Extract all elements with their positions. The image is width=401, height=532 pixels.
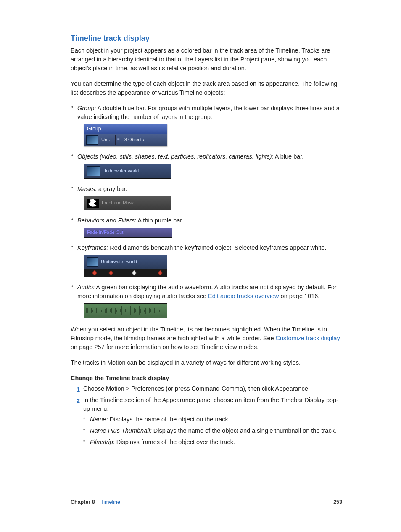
option-name-plus-thumbnail: Name Plus Thumbnail: Displays the name o… (83, 426, 342, 435)
thumbnail-icon (87, 257, 98, 267)
option-filmstrip: Filmstrip: Displays frames of the object… (83, 438, 342, 447)
term-masks: Masks: (77, 185, 97, 192)
post-paragraph-1: When you select an object in the Timelin… (71, 325, 342, 352)
footer-chapter: Chapter 8 (71, 499, 95, 505)
step-1: Choose Motion > Preferences (or press Co… (71, 384, 342, 396)
behavior-bar-label: Fade In/Fade Out (87, 229, 123, 236)
desc-keyframes: Red diamonds beneath the keyframed objec… (108, 244, 326, 251)
footer-section: Timeline (100, 499, 120, 505)
figure-mask-bar: Freehand Mask (84, 196, 342, 210)
keyframe-track (84, 269, 167, 277)
footer-page-number: 253 (333, 498, 342, 506)
figure-group-bar: Group Un… ≡ 3 Objects (84, 124, 342, 146)
option-name: Name: Displays the name of the object on… (83, 415, 342, 424)
figure-behavior-bar: Fade In/Fade Out (84, 228, 342, 238)
document-page: Timeline track display Each object in yo… (0, 0, 401, 532)
group-bar-title: Group (84, 124, 167, 134)
step-2: In the Timeline section of the Appearanc… (71, 396, 342, 452)
figure-keyframe-bar: Underwater world (84, 255, 342, 277)
keyframe-diamond-icon (158, 270, 163, 275)
group-bar-cell2: 3 Objects (123, 137, 145, 143)
term-objects: Objects (video, stills, shapes, text, pa… (77, 153, 274, 160)
keyframe-diamond-icon (108, 270, 113, 275)
group-bar-cell1: Un… (100, 137, 113, 143)
thumbnail-icon (87, 166, 100, 176)
mask-shape-icon (87, 199, 99, 208)
desc-audio-b: on page 1016. (279, 293, 320, 299)
keyframe-bar-label: Underwater world (101, 259, 137, 265)
mask-bar-label: Freehand Mask (102, 200, 134, 206)
list-item-group: Group: A double blue bar. For groups wit… (71, 104, 342, 146)
link-customize-track[interactable]: Customize track display (276, 335, 340, 341)
keyframe-diamond-icon (92, 270, 97, 275)
thumbnail-icon (86, 135, 98, 145)
list-item-masks: Masks: a gray bar. Freehand Mask (71, 185, 342, 210)
desc-masks: a gray bar. (97, 185, 127, 192)
list-item-objects: Objects (video, stills, shapes, text, pa… (71, 152, 342, 179)
term-audio: Audio: (77, 284, 95, 291)
figure-audio-bar (84, 303, 342, 318)
object-bar-label: Underwater world (103, 168, 139, 175)
list-item-keyframes: Keyframes: Red diamonds beneath the keyf… (71, 244, 342, 277)
list-item-behaviors: Behaviors and Filters: A thin purple bar… (71, 216, 342, 238)
figure-object-bar: Underwater world (84, 164, 342, 179)
subheading-change: Change the Timeline track display (71, 374, 342, 383)
post-paragraph-2: The tracks in Motion can be displayed in… (71, 358, 342, 367)
steps-list: Choose Motion > Preferences (or press Co… (71, 384, 342, 452)
intro-paragraph-2: You can determine the type of each objec… (71, 79, 342, 97)
section-heading: Timeline track display (71, 33, 342, 44)
link-edit-audio[interactable]: Edit audio tracks overview (208, 293, 279, 299)
keyframe-diamond-selected-icon (131, 270, 137, 275)
term-keyframes: Keyframes: (77, 244, 108, 251)
intro-paragraph-1: Each object in your project appears as a… (71, 46, 342, 73)
desc-behaviors: A thin purple bar. (136, 217, 183, 224)
desc-objects: A blue bar. (274, 153, 304, 160)
object-type-list: Group: A double blue bar. For groups wit… (71, 104, 342, 318)
term-group: Group: (77, 105, 96, 111)
layers-icon: ≡ (117, 137, 120, 143)
list-item-audio: Audio: A green bar displaying the audio … (71, 283, 342, 318)
page-footer: Chapter 8 Timeline 253 (71, 498, 342, 506)
desc-group: A double blue bar. For groups with multi… (77, 105, 340, 120)
term-behaviors: Behaviors and Filters: (77, 217, 136, 224)
